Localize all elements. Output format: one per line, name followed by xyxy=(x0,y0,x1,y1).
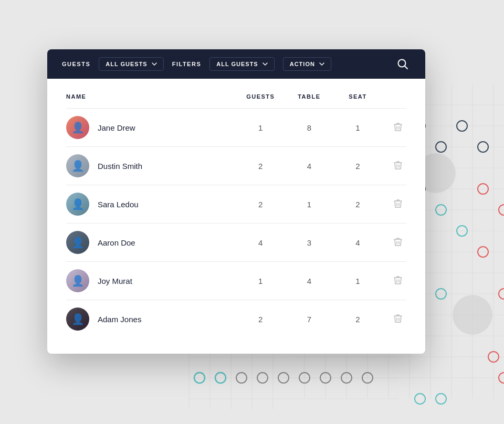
table-row: 👤 Dustin Smith 242 xyxy=(66,147,406,185)
guests-count: 2 xyxy=(236,147,285,185)
all-guests-dropdown-label: ALL GUESTS xyxy=(106,61,147,67)
trash-icon xyxy=(394,314,402,323)
seat-number: 1 xyxy=(333,262,382,300)
table-number: 8 xyxy=(285,109,334,147)
search-icon xyxy=(397,58,408,70)
table-number: 4 xyxy=(285,262,334,300)
table-number: 3 xyxy=(285,224,334,262)
action-cell xyxy=(382,262,406,300)
table-number: 7 xyxy=(285,300,334,338)
name-cell: 👤 Dustin Smith xyxy=(66,147,236,185)
col-header-action xyxy=(382,93,406,109)
table-row: 👤 Jane Drew 181 xyxy=(66,109,406,147)
guest-name: Dustin Smith xyxy=(98,162,142,171)
seat-number: 2 xyxy=(333,147,382,185)
svg-point-44 xyxy=(457,226,467,236)
svg-point-49 xyxy=(436,394,446,404)
svg-point-53 xyxy=(499,289,504,299)
all-guests-dropdown[interactable]: ALL GUESTS xyxy=(99,57,163,71)
name-cell: 👤 Sara Ledou xyxy=(66,185,236,224)
avatar: 👤 xyxy=(66,308,89,331)
guests-count: 2 xyxy=(236,185,285,224)
chevron-down-icon-3 xyxy=(319,61,324,67)
trash-icon xyxy=(394,161,402,170)
svg-point-42 xyxy=(478,142,488,152)
svg-point-41 xyxy=(457,121,467,131)
table-number: 4 xyxy=(285,147,334,185)
svg-line-75 xyxy=(405,66,407,69)
delete-button[interactable] xyxy=(392,273,404,289)
action-dropdown[interactable]: AcTion xyxy=(283,57,331,71)
seat-number: 1 xyxy=(333,109,382,147)
seat-number: 4 xyxy=(333,224,382,262)
delete-button[interactable] xyxy=(392,197,404,212)
name-cell: 👤 Jane Drew xyxy=(66,109,236,147)
col-header-seat: SEAT xyxy=(333,93,382,109)
all-guests-filter-dropdown[interactable]: ALL GUESTS xyxy=(209,57,274,71)
svg-point-51 xyxy=(499,205,504,215)
action-cell xyxy=(382,109,406,147)
trash-icon xyxy=(394,237,402,247)
avatar: 👤 xyxy=(66,231,89,254)
table-row: 👤 Sara Ledou 212 xyxy=(66,185,406,224)
col-header-table: TABLE xyxy=(285,93,334,109)
svg-point-65 xyxy=(194,373,205,383)
table-row: 👤 Joy Murat 141 xyxy=(66,262,406,300)
svg-point-50 xyxy=(478,184,488,194)
guests-count: 4 xyxy=(236,224,285,262)
avatar: 👤 xyxy=(66,193,89,216)
table-row: 👤 Aaron Doe 434 xyxy=(66,224,406,262)
table-number: 1 xyxy=(285,185,334,224)
guest-name: Sara Ledou xyxy=(98,200,139,209)
svg-point-67 xyxy=(236,373,247,383)
trash-icon xyxy=(394,122,402,132)
delete-button[interactable] xyxy=(392,312,404,327)
svg-point-38 xyxy=(436,142,446,152)
action-dropdown-label: AcTion xyxy=(290,61,315,67)
table-row: 👤 Adam Jones 272 xyxy=(66,300,406,338)
guest-name: Adam Jones xyxy=(98,315,141,324)
name-cell: 👤 Adam Jones xyxy=(66,300,236,338)
guests-count: 1 xyxy=(236,109,285,147)
search-button[interactable] xyxy=(395,56,411,72)
svg-point-73 xyxy=(362,373,373,383)
seat-number: 2 xyxy=(333,300,382,338)
card-body: NAME GUESTS TABLE SEAT 👤 Jane Drew 181 xyxy=(47,79,425,353)
svg-point-68 xyxy=(257,373,268,383)
card-header: GUESTS ALL GUESTS FILTERS ALL GUESTS AcT… xyxy=(47,49,425,79)
guests-table: NAME GUESTS TABLE SEAT 👤 Jane Drew 181 xyxy=(66,93,406,338)
svg-point-55 xyxy=(499,373,504,383)
action-cell xyxy=(382,185,406,224)
guest-name: Joy Murat xyxy=(98,277,132,285)
guest-name: Aaron Doe xyxy=(98,238,135,247)
delete-button[interactable] xyxy=(392,235,404,250)
delete-button[interactable] xyxy=(392,158,404,174)
seat-number: 2 xyxy=(333,185,382,224)
guest-name: Jane Drew xyxy=(98,123,135,132)
name-cell: 👤 Aaron Doe xyxy=(66,224,236,262)
guests-label: GUESTS xyxy=(62,61,90,67)
svg-point-70 xyxy=(299,373,310,383)
svg-point-48 xyxy=(415,394,425,404)
delete-button[interactable] xyxy=(392,120,404,135)
action-cell xyxy=(382,300,406,338)
guests-count: 1 xyxy=(236,262,285,300)
main-card: GUESTS ALL GUESTS FILTERS ALL GUESTS AcT… xyxy=(47,49,425,354)
guests-count: 2 xyxy=(236,300,285,338)
chevron-down-icon-2 xyxy=(262,61,268,67)
filters-label: FILTERS xyxy=(172,61,202,67)
svg-point-71 xyxy=(320,373,331,383)
trash-icon xyxy=(394,199,402,208)
svg-point-34 xyxy=(453,295,492,335)
svg-point-46 xyxy=(436,289,446,299)
action-cell xyxy=(382,224,406,262)
avatar: 👤 xyxy=(66,269,89,292)
action-cell xyxy=(382,147,406,185)
avatar: 👤 xyxy=(66,116,89,139)
avatar: 👤 xyxy=(66,154,89,177)
svg-point-43 xyxy=(436,205,446,215)
name-cell: 👤 Joy Murat xyxy=(66,262,236,300)
chevron-down-icon xyxy=(152,61,157,67)
svg-point-52 xyxy=(478,247,488,257)
all-guests-filter-label: ALL GUESTS xyxy=(216,61,258,67)
